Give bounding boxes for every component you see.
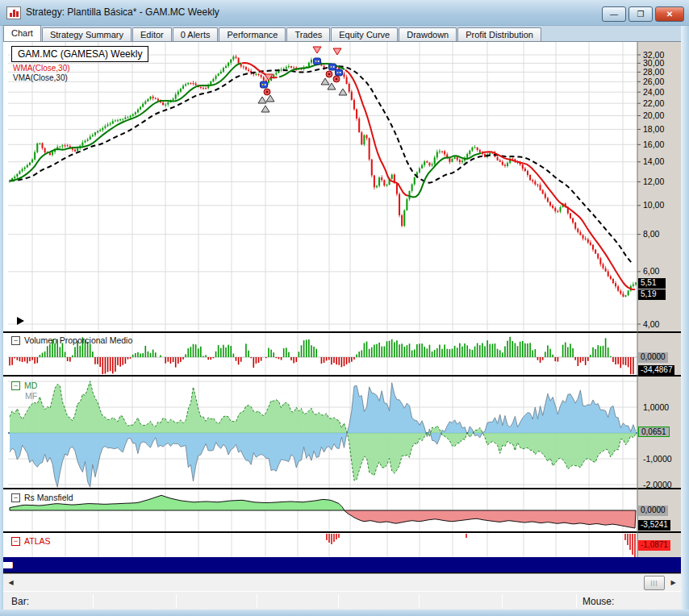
last-price-box: 5,51 (638, 278, 666, 289)
rs-panel-header: − Rs Mansfield (11, 493, 73, 502)
status-separator (338, 594, 339, 608)
atlas-last-box: -1,0871 (638, 540, 670, 551)
horizontal-scrollbar[interactable]: ◀ ||| ▶ (3, 573, 681, 591)
tab-profit-distribution[interactable]: Profit Distribution (457, 27, 541, 41)
atlas-panel-label: ATLAS (24, 536, 50, 546)
mf-label: MF (25, 391, 37, 401)
collapse-md-icon[interactable]: − (11, 381, 20, 390)
window-right-edge (681, 26, 689, 610)
rs-panel-label: Rs Mansfield (24, 493, 73, 502)
status-bar: Bar: Mouse: (0, 591, 689, 610)
tab-performance[interactable]: Performance (219, 27, 286, 41)
symbol-legend: GAM.MC (GAMESA) Weekly (11, 46, 148, 62)
window-bottom-edge (0, 610, 689, 616)
scrollbar-thumb[interactable]: ||| (644, 576, 665, 590)
status-separator (419, 594, 420, 608)
maximize-button[interactable]: ❐ (628, 6, 653, 22)
md-panel-header: − MD (11, 381, 37, 390)
status-separator (176, 594, 177, 608)
strategy-window: Strategy: Plantilla Básica* - GAM.MC Wee… (0, 0, 689, 616)
tab-strategy-summary[interactable]: Strategy Summary (42, 27, 132, 41)
tab-drawdown[interactable]: Drawdown (399, 27, 457, 41)
app-icon (6, 6, 21, 19)
tab-editor[interactable]: Editor (132, 27, 172, 41)
collapse-atlas-icon[interactable]: − (11, 537, 20, 546)
status-separator (576, 594, 577, 608)
status-separator (502, 594, 503, 608)
chart-client-area[interactable] (3, 42, 681, 573)
tab-chart[interactable]: Chart (3, 25, 41, 41)
wma-legend: WMA(Close,30) (13, 64, 70, 73)
rs-zero-box: 0,0000 (638, 506, 668, 516)
atlas-panel-header: − ATLAS (11, 536, 50, 546)
wma-last-box: 5,19 (638, 289, 666, 300)
vma-legend: VMA(Close,30) (13, 73, 68, 82)
collapse-rs-icon[interactable]: − (11, 493, 20, 502)
date-axis-bar (3, 557, 681, 573)
tab-bar: ChartStrategy SummaryEditor0 AlertsPerfo… (3, 26, 681, 42)
bar-status-label: Bar: (11, 596, 29, 607)
close-button[interactable]: ✕ (655, 6, 684, 22)
md-last-box: 0,0651 (638, 427, 670, 437)
status-separator (93, 594, 94, 608)
collapse-volume-icon[interactable]: − (11, 336, 20, 345)
md-label: MD (24, 381, 37, 390)
mouse-status-label: Mouse: (583, 596, 614, 607)
window-title: Strategy: Plantilla Básica* - GAM.MC Wee… (26, 6, 219, 18)
volume-panel-header: − Volumen Proporcional Medio (11, 335, 132, 345)
window-left-edge (0, 26, 3, 610)
volume-zero-box: 0,0000 (638, 352, 668, 363)
status-separator (257, 594, 257, 608)
volume-last-box: -34,4867 (638, 365, 674, 376)
tab-equity-curve[interactable]: Equity Curve (331, 27, 398, 41)
rs-last-box: -3,5241 (638, 520, 670, 531)
title-bar[interactable]: Strategy: Plantilla Básica* - GAM.MC Wee… (0, 0, 689, 26)
minimize-button[interactable]: — (602, 6, 626, 22)
tab-trades[interactable]: Trades (286, 27, 330, 41)
tab-0-alerts[interactable]: 0 Alerts (173, 27, 219, 41)
scroll-right-icon[interactable]: ▶ (667, 576, 679, 589)
scroll-left-icon[interactable]: ◀ (5, 576, 17, 589)
volume-panel-label: Volumen Proporcional Medio (24, 335, 132, 345)
